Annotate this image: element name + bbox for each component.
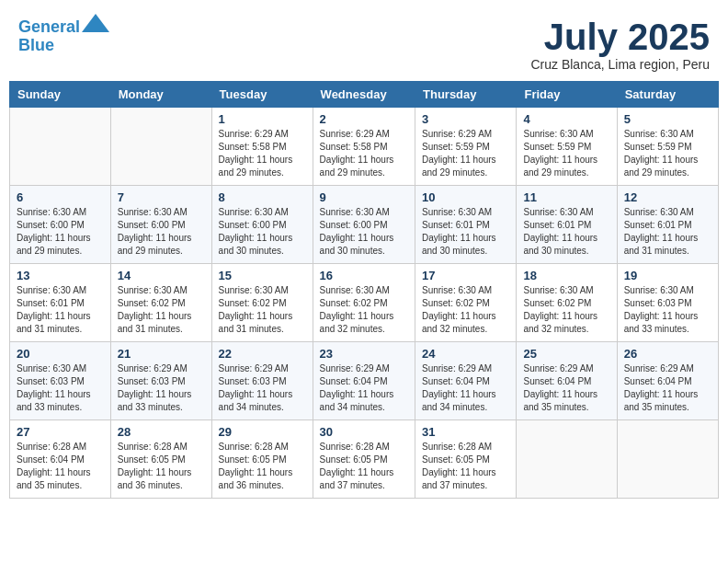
calendar-cell: 21Sunrise: 6:29 AM Sunset: 6:03 PM Dayli…: [110, 342, 211, 420]
day-number: 30: [320, 425, 408, 439]
calendar-cell: 1Sunrise: 6:29 AM Sunset: 5:58 PM Daylig…: [211, 108, 313, 186]
day-number: 15: [219, 269, 306, 282]
day-info: Sunrise: 6:29 AM Sunset: 6:03 PM Dayligh…: [118, 362, 205, 414]
day-info: Sunrise: 6:30 AM Sunset: 6:02 PM Dayligh…: [219, 284, 306, 336]
calendar-cell: 4Sunrise: 6:30 AM Sunset: 5:59 PM Daylig…: [517, 108, 617, 186]
day-info: Sunrise: 6:29 AM Sunset: 6:04 PM Dayligh…: [422, 362, 509, 414]
calendar-cell: 20Sunrise: 6:30 AM Sunset: 6:03 PM Dayli…: [10, 342, 111, 420]
day-number: 24: [422, 347, 509, 361]
calendar-cell: 30Sunrise: 6:28 AM Sunset: 6:05 PM Dayli…: [313, 420, 415, 499]
day-info: Sunrise: 6:30 AM Sunset: 5:59 PM Dayligh…: [523, 128, 609, 179]
day-info: Sunrise: 6:30 AM Sunset: 6:01 PM Dayligh…: [17, 284, 104, 336]
day-number: 4: [523, 112, 609, 126]
calendar-cell: 10Sunrise: 6:30 AM Sunset: 6:01 PM Dayli…: [415, 186, 517, 264]
calendar-cell: 2Sunrise: 6:29 AM Sunset: 5:58 PM Daylig…: [313, 108, 415, 186]
calendar-cell: 9Sunrise: 6:30 AM Sunset: 6:00 PM Daylig…: [313, 186, 415, 264]
calendar-table: SundayMondayTuesdayWednesdayThursdayFrid…: [9, 81, 719, 499]
day-info: Sunrise: 6:30 AM Sunset: 6:01 PM Dayligh…: [523, 206, 609, 258]
day-number: 18: [523, 269, 609, 282]
calendar-cell: 24Sunrise: 6:29 AM Sunset: 6:04 PM Dayli…: [415, 342, 517, 420]
day-info: Sunrise: 6:30 AM Sunset: 6:02 PM Dayligh…: [118, 284, 205, 336]
svg-marker-0: [82, 14, 109, 32]
day-info: Sunrise: 6:30 AM Sunset: 6:02 PM Dayligh…: [320, 284, 408, 336]
day-number: 25: [523, 347, 609, 361]
logo-text: General Blue: [18, 18, 109, 55]
day-number: 11: [523, 190, 609, 204]
weekday-header-wednesday: Wednesday: [313, 82, 415, 108]
calendar-cell: 13Sunrise: 6:30 AM Sunset: 6:01 PM Dayli…: [10, 264, 111, 342]
day-number: 19: [624, 269, 711, 282]
day-info: Sunrise: 6:28 AM Sunset: 6:05 PM Dayligh…: [219, 441, 306, 492]
calendar-cell: [517, 420, 617, 499]
calendar-cell: 25Sunrise: 6:29 AM Sunset: 6:04 PM Dayli…: [517, 342, 617, 420]
day-number: 9: [320, 190, 408, 204]
day-info: Sunrise: 6:28 AM Sunset: 6:05 PM Dayligh…: [320, 441, 408, 492]
day-info: Sunrise: 6:30 AM Sunset: 6:00 PM Dayligh…: [320, 206, 408, 258]
day-info: Sunrise: 6:28 AM Sunset: 6:04 PM Dayligh…: [17, 441, 104, 492]
day-info: Sunrise: 6:30 AM Sunset: 6:03 PM Dayligh…: [624, 284, 711, 336]
calendar-cell: 26Sunrise: 6:29 AM Sunset: 6:04 PM Dayli…: [617, 342, 718, 420]
calendar-week-row: 20Sunrise: 6:30 AM Sunset: 6:03 PM Dayli…: [10, 342, 719, 420]
page-header: General Blue July 2025 Cruz Blanca, Lima…: [9, 9, 719, 76]
day-number: 6: [17, 190, 104, 204]
day-info: Sunrise: 6:30 AM Sunset: 6:00 PM Dayligh…: [17, 206, 104, 258]
logo-general: General: [18, 17, 80, 36]
calendar-cell: [617, 420, 718, 499]
day-number: 23: [320, 347, 408, 361]
day-number: 8: [219, 190, 306, 204]
calendar-cell: 15Sunrise: 6:30 AM Sunset: 6:02 PM Dayli…: [211, 264, 313, 342]
calendar-cell: 12Sunrise: 6:30 AM Sunset: 6:01 PM Dayli…: [617, 186, 718, 264]
calendar-week-row: 13Sunrise: 6:30 AM Sunset: 6:01 PM Dayli…: [10, 264, 719, 342]
day-info: Sunrise: 6:29 AM Sunset: 6:04 PM Dayligh…: [624, 362, 711, 414]
day-info: Sunrise: 6:30 AM Sunset: 6:01 PM Dayligh…: [422, 206, 509, 258]
weekday-header-row: SundayMondayTuesdayWednesdayThursdayFrid…: [10, 82, 719, 108]
day-number: 26: [624, 347, 711, 361]
calendar-cell: 6Sunrise: 6:30 AM Sunset: 6:00 PM Daylig…: [10, 186, 111, 264]
title-area: July 2025 Cruz Blanca, Lima region, Peru: [530, 18, 710, 72]
weekday-header-friday: Friday: [517, 82, 617, 108]
calendar-cell: 17Sunrise: 6:30 AM Sunset: 6:02 PM Dayli…: [415, 264, 517, 342]
day-info: Sunrise: 6:30 AM Sunset: 6:03 PM Dayligh…: [17, 362, 104, 414]
day-number: 5: [624, 112, 711, 126]
day-info: Sunrise: 6:29 AM Sunset: 5:59 PM Dayligh…: [422, 128, 509, 179]
day-info: Sunrise: 6:29 AM Sunset: 5:58 PM Dayligh…: [219, 128, 306, 179]
day-number: 31: [422, 425, 509, 439]
calendar-week-row: 27Sunrise: 6:28 AM Sunset: 6:04 PM Dayli…: [10, 420, 719, 499]
day-number: 21: [118, 347, 205, 361]
day-number: 10: [422, 190, 509, 204]
calendar-cell: [110, 108, 211, 186]
calendar-cell: 7Sunrise: 6:30 AM Sunset: 6:00 PM Daylig…: [110, 186, 211, 264]
day-info: Sunrise: 6:29 AM Sunset: 6:04 PM Dayligh…: [523, 362, 609, 414]
day-number: 28: [118, 425, 205, 439]
location-subtitle: Cruz Blanca, Lima region, Peru: [530, 57, 710, 72]
calendar-cell: 18Sunrise: 6:30 AM Sunset: 6:02 PM Dayli…: [517, 264, 617, 342]
day-number: 27: [17, 425, 104, 439]
day-number: 16: [320, 269, 408, 282]
calendar-cell: 3Sunrise: 6:29 AM Sunset: 5:59 PM Daylig…: [415, 108, 517, 186]
day-number: 1: [219, 112, 306, 126]
calendar-cell: 5Sunrise: 6:30 AM Sunset: 5:59 PM Daylig…: [617, 108, 718, 186]
month-title: July 2025: [530, 18, 710, 55]
day-info: Sunrise: 6:30 AM Sunset: 6:00 PM Dayligh…: [219, 206, 306, 258]
weekday-header-sunday: Sunday: [10, 82, 111, 108]
day-info: Sunrise: 6:30 AM Sunset: 6:01 PM Dayligh…: [624, 206, 711, 258]
weekday-header-tuesday: Tuesday: [211, 82, 313, 108]
day-info: Sunrise: 6:30 AM Sunset: 5:59 PM Dayligh…: [624, 128, 711, 179]
calendar-cell: 28Sunrise: 6:28 AM Sunset: 6:05 PM Dayli…: [110, 420, 211, 499]
day-info: Sunrise: 6:28 AM Sunset: 6:05 PM Dayligh…: [422, 441, 509, 492]
calendar-cell: 27Sunrise: 6:28 AM Sunset: 6:04 PM Dayli…: [10, 420, 111, 499]
logo-blue: Blue: [18, 36, 54, 54]
calendar-week-row: 1Sunrise: 6:29 AM Sunset: 5:58 PM Daylig…: [10, 108, 719, 186]
day-info: Sunrise: 6:28 AM Sunset: 6:05 PM Dayligh…: [118, 441, 205, 492]
day-info: Sunrise: 6:30 AM Sunset: 6:02 PM Dayligh…: [523, 284, 609, 336]
day-number: 29: [219, 425, 306, 439]
weekday-header-monday: Monday: [110, 82, 211, 108]
calendar-cell: 31Sunrise: 6:28 AM Sunset: 6:05 PM Dayli…: [415, 420, 517, 499]
day-number: 14: [118, 269, 205, 282]
weekday-header-thursday: Thursday: [415, 82, 517, 108]
calendar-cell: 29Sunrise: 6:28 AM Sunset: 6:05 PM Dayli…: [211, 420, 313, 499]
day-info: Sunrise: 6:29 AM Sunset: 6:04 PM Dayligh…: [320, 362, 408, 414]
day-info: Sunrise: 6:30 AM Sunset: 6:00 PM Dayligh…: [118, 206, 205, 258]
day-number: 20: [17, 347, 104, 361]
day-number: 7: [118, 190, 205, 204]
